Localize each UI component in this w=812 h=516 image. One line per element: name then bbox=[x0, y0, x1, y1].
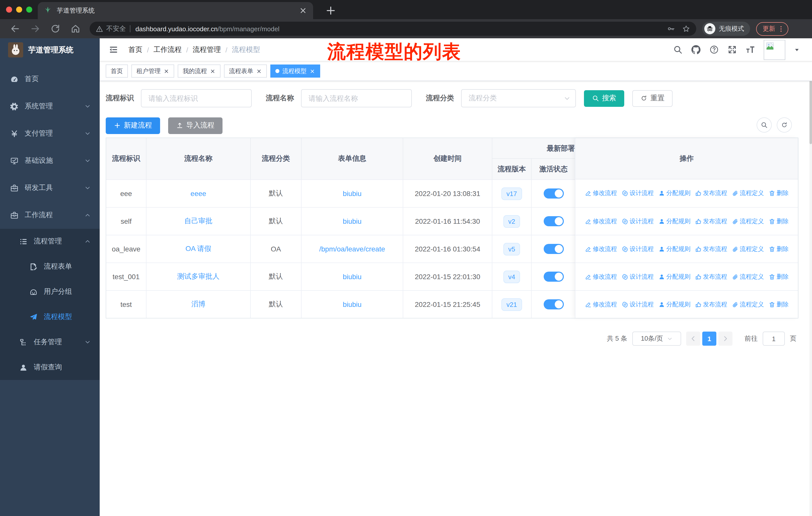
caret-down-icon[interactable] bbox=[794, 47, 800, 53]
github-icon[interactable] bbox=[691, 45, 701, 54]
action-definition[interactable]: 流程定义 bbox=[732, 300, 764, 309]
active-toggle[interactable] bbox=[544, 216, 563, 226]
tag-process-model[interactable]: 流程模型 bbox=[270, 64, 320, 78]
version-badge[interactable]: v5 bbox=[503, 243, 520, 255]
tab-close-icon[interactable] bbox=[299, 6, 307, 15]
window-minimize-button[interactable] bbox=[16, 6, 22, 12]
back-icon[interactable] bbox=[10, 24, 20, 34]
action-publish[interactable]: 发布流程 bbox=[695, 272, 727, 281]
process-name-link[interactable]: OA 请假 bbox=[185, 244, 211, 253]
goto-page-input[interactable] bbox=[763, 332, 785, 346]
action-delete[interactable]: 删除 bbox=[768, 217, 789, 225]
sidebar-item-workflow[interactable]: 工作流程 bbox=[0, 201, 100, 229]
process-name-link[interactable]: 自己审批 bbox=[184, 217, 212, 226]
action-modify[interactable]: 修改流程 bbox=[585, 245, 617, 253]
action-modify[interactable]: 修改流程 bbox=[585, 300, 617, 309]
page-size-select[interactable]: 10条/页 bbox=[632, 332, 681, 346]
sidebar-item-process-form[interactable]: 流程表单 bbox=[0, 254, 100, 279]
page-number-1[interactable]: 1 bbox=[702, 332, 716, 346]
tab-close-icon[interactable] bbox=[310, 68, 315, 74]
action-design[interactable]: 设计流程 bbox=[621, 245, 654, 253]
search-icon[interactable] bbox=[673, 45, 683, 54]
action-assign-rule[interactable]: 分配规则 bbox=[658, 272, 690, 281]
action-design[interactable]: 设计流程 bbox=[621, 189, 654, 197]
action-delete[interactable]: 删除 bbox=[768, 189, 789, 197]
action-design[interactable]: 设计流程 bbox=[621, 300, 654, 309]
form-info-link[interactable]: biubiu bbox=[343, 217, 362, 225]
browser-update-button[interactable]: 更新 bbox=[756, 22, 788, 35]
page-scrollbar[interactable] bbox=[810, 38, 812, 516]
toggle-search-button[interactable] bbox=[757, 117, 772, 133]
process-id-input[interactable] bbox=[141, 89, 252, 107]
form-info-link[interactable]: biubiu bbox=[343, 300, 362, 308]
sidebar-item-dev-tools[interactable]: 研发工具 bbox=[0, 174, 100, 201]
font-size-icon[interactable] bbox=[746, 45, 755, 54]
action-publish[interactable]: 发布流程 bbox=[695, 189, 727, 197]
active-toggle[interactable] bbox=[544, 272, 563, 282]
sidebar-item-payment[interactable]: 支付管理 bbox=[0, 120, 100, 147]
action-delete[interactable]: 删除 bbox=[768, 272, 789, 281]
tab-close-icon[interactable] bbox=[210, 68, 215, 74]
user-avatar[interactable] bbox=[764, 39, 785, 60]
browser-tab[interactable]: 芋道管理系统 bbox=[38, 2, 313, 19]
sidebar-item-process-mgmt[interactable]: 流程管理 bbox=[0, 229, 100, 254]
action-delete[interactable]: 删除 bbox=[768, 300, 789, 309]
create-process-button[interactable]: 新建流程 bbox=[106, 117, 160, 134]
window-close-button[interactable] bbox=[6, 6, 12, 12]
sidebar-logo[interactable]: 芋道管理系统 bbox=[0, 38, 100, 61]
home-icon[interactable] bbox=[70, 24, 81, 34]
sidebar-item-system[interactable]: 系统管理 bbox=[0, 93, 100, 120]
window-zoom-button[interactable] bbox=[26, 6, 32, 12]
tag-home[interactable]: 首页 bbox=[106, 64, 128, 78]
tab-close-icon[interactable] bbox=[256, 68, 262, 74]
sidebar-item-home[interactable]: 首页 bbox=[0, 65, 100, 93]
sidebar-item-infrastructure[interactable]: 基础设施 bbox=[0, 147, 100, 174]
fullscreen-icon[interactable] bbox=[727, 45, 737, 54]
tag-tenant-mgmt[interactable]: 租户管理 bbox=[132, 64, 174, 78]
action-definition[interactable]: 流程定义 bbox=[732, 272, 764, 281]
process-name-link[interactable]: 滔博 bbox=[191, 300, 205, 309]
action-publish[interactable]: 发布流程 bbox=[695, 217, 727, 225]
tag-process-form[interactable]: 流程表单 bbox=[224, 64, 267, 78]
version-badge[interactable]: v21 bbox=[501, 298, 522, 311]
action-definition[interactable]: 流程定义 bbox=[732, 189, 764, 197]
action-assign-rule[interactable]: 分配规则 bbox=[658, 189, 690, 197]
key-icon[interactable] bbox=[667, 25, 675, 33]
sidebar-item-task-mgmt[interactable]: 任务管理 bbox=[0, 330, 100, 355]
refresh-list-button[interactable] bbox=[777, 117, 792, 133]
tag-my-process[interactable]: 我的流程 bbox=[178, 64, 221, 78]
reload-icon[interactable] bbox=[50, 24, 60, 34]
action-modify[interactable]: 修改流程 bbox=[585, 189, 617, 197]
import-process-button[interactable]: 导入流程 bbox=[168, 117, 223, 134]
action-modify[interactable]: 修改流程 bbox=[585, 272, 617, 281]
collapse-sidebar-icon[interactable] bbox=[109, 45, 118, 54]
process-name-link[interactable]: eeee bbox=[191, 189, 206, 197]
next-page-button[interactable] bbox=[718, 332, 732, 346]
search-button[interactable]: 搜索 bbox=[584, 90, 624, 107]
action-definition[interactable]: 流程定义 bbox=[732, 245, 764, 253]
help-icon[interactable] bbox=[709, 45, 719, 54]
reset-button[interactable]: 重置 bbox=[632, 90, 672, 107]
active-toggle[interactable] bbox=[544, 299, 563, 309]
action-modify[interactable]: 修改流程 bbox=[585, 217, 617, 225]
sidebar-item-process-model[interactable]: 流程模型 bbox=[0, 304, 100, 330]
active-toggle[interactable] bbox=[544, 188, 563, 198]
action-assign-rule[interactable]: 分配规则 bbox=[658, 245, 690, 253]
bookmark-star-icon[interactable] bbox=[682, 25, 690, 33]
form-info-link[interactable]: biubiu bbox=[343, 189, 362, 197]
action-design[interactable]: 设计流程 bbox=[621, 272, 654, 281]
breadcrumb-item[interactable]: 流程管理 bbox=[193, 45, 221, 54]
sidebar-item-leave-query[interactable]: 请假查询 bbox=[0, 355, 100, 380]
breadcrumb-item[interactable]: 首页 bbox=[128, 45, 142, 54]
address-bar[interactable]: 不安全 dashboard.yudao.iocoder.cn/bpm/manag… bbox=[90, 22, 696, 36]
kebab-menu-icon[interactable] bbox=[777, 25, 785, 32]
tab-close-icon[interactable] bbox=[164, 68, 169, 74]
action-definition[interactable]: 流程定义 bbox=[732, 217, 764, 225]
action-delete[interactable]: 删除 bbox=[768, 245, 789, 253]
action-assign-rule[interactable]: 分配规则 bbox=[658, 217, 690, 225]
process-category-select[interactable]: 流程分类 bbox=[461, 89, 576, 107]
active-toggle[interactable] bbox=[544, 244, 563, 254]
new-tab-button[interactable] bbox=[325, 4, 337, 17]
forward-icon[interactable] bbox=[30, 24, 40, 34]
action-publish[interactable]: 发布流程 bbox=[695, 245, 727, 253]
